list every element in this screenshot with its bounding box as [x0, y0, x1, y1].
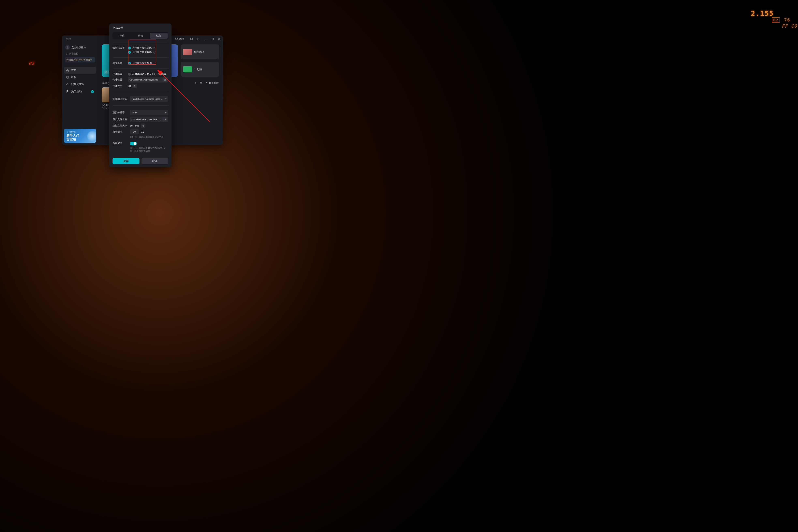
proxy-loc-field[interactable]: C:\Users\hch...\agencycache: [128, 77, 168, 82]
banner-line1: 新手入门: [66, 134, 93, 138]
check-icon: [128, 51, 131, 54]
hud-h3: H3: [29, 61, 35, 66]
render-size-value: 59.72MB: [130, 125, 139, 127]
thumb: [183, 66, 192, 72]
checkbox-proxy-mode[interactable]: 新建草稿时，默认开启代理模式: [128, 73, 166, 76]
folder-icon[interactable]: [163, 117, 167, 121]
badge: 1: [91, 90, 94, 93]
autoclean-hint: 超出后，将自动删除较早渲染文件: [130, 136, 168, 139]
autoclean-unit: GB: [141, 131, 144, 133]
check-label: 启用硬件加速解码: [132, 51, 152, 54]
proxy-mode-label: 代理模式: [113, 73, 125, 76]
template-icon: [66, 76, 69, 79]
proxy-size-label: 代理大小: [113, 84, 125, 88]
tab-performance[interactable]: 性能: [150, 33, 168, 39]
check-icon: [128, 62, 131, 65]
mini-card-script[interactable]: 创作脚本: [180, 44, 219, 59]
render-path-label: 渲染文件位置: [113, 118, 127, 121]
nav-cloud[interactable]: 我的云空间: [64, 81, 96, 88]
render-path-value: C:\Users\hchu...che\prerender: [132, 118, 162, 121]
hud-ffco: FF CO: [782, 23, 797, 28]
sidebar: 点击登录账户 抖音主页 开通会员得 100GB 云空间 首页 模板 我的云空间 …: [62, 36, 98, 145]
nav-label: 热门活动: [71, 90, 82, 93]
login-label: 点击登录账户: [71, 46, 86, 49]
autorender-label: 自动渲染: [113, 142, 127, 145]
folder-icon[interactable]: [163, 78, 167, 82]
check-label: 新建草稿时，默认开启代理模式: [132, 73, 166, 76]
delete-render-button[interactable]: [141, 124, 145, 128]
nav-templates[interactable]: 模板: [64, 74, 96, 81]
dialog-tabs: 草稿 剪辑 性能: [113, 32, 168, 39]
proxy-loc-label: 代理位置: [113, 78, 125, 81]
hud-d2n: 76: [784, 17, 791, 22]
promo-strip[interactable]: 开通会员得 100GB 云空间: [65, 57, 95, 62]
ui-render-label: 界面绘制: [113, 62, 125, 65]
section-audio: 音频输出设备 Headphones (Colorfire Solaris w).…: [113, 92, 168, 106]
cloud-icon: [66, 83, 69, 86]
autoclean-label: 自动清理: [113, 130, 127, 133]
douyin-link[interactable]: 抖音主页: [66, 52, 95, 55]
check-label: 启用GPU绘制界面: [132, 62, 152, 65]
douyin-label: 抖音主页: [69, 52, 78, 55]
checkbox-hw-encode[interactable]: 启用硬件加速编码 ?: [128, 46, 156, 50]
check-label: 启用硬件加速编码: [132, 46, 152, 50]
render-size-label: 渲染文件大小: [113, 124, 127, 127]
mini-card-shoot[interactable]: 一起拍: [180, 62, 219, 77]
check-icon: [128, 46, 131, 50]
dialog-title: 全局设置: [113, 26, 168, 30]
music-note-icon: [66, 53, 68, 55]
audio-out-value: Headphones (Colorfire Solaris w)...: [132, 98, 163, 100]
svg-rect-5: [200, 82, 201, 83]
sidebar-banner[interactable]: ⊙ 剪映学社 新手入门 百宝箱: [64, 129, 96, 143]
render-res-label: 渲染分辨率: [113, 111, 127, 114]
autorender-switch[interactable]: [130, 142, 137, 145]
audio-out-label: 音频输出设备: [113, 97, 127, 100]
save-button[interactable]: 保存: [113, 158, 139, 164]
trash-icon: [205, 82, 208, 84]
svg-rect-3: [67, 76, 69, 78]
delete-proxy-button[interactable]: [132, 84, 137, 88]
render-res-select[interactable]: 720P: [130, 110, 168, 115]
info-icon[interactable]: ?: [153, 51, 156, 54]
thumb: [183, 49, 192, 55]
login-row[interactable]: 点击登录账户: [65, 45, 95, 50]
section-render: 渲染分辨率 720P 渲染文件位置 C:\Users\hchu...che\pr…: [113, 106, 168, 155]
checkbox-hw-decode[interactable]: 启用硬件加速解码 ?: [128, 51, 156, 54]
proxy-size-value: 0B: [128, 85, 131, 87]
nav-activities[interactable]: 热门活动 1: [64, 88, 96, 95]
banner-tag: ⊙ 剪映学社: [66, 131, 93, 133]
tab-edit[interactable]: 剪辑: [132, 33, 149, 39]
nav-label: 我的云空间: [71, 83, 84, 86]
proxy-loc-value: C:\Users\hch...\agencycache: [130, 78, 162, 81]
render-path-field[interactable]: C:\Users\hchu...che\prerender: [130, 117, 168, 122]
info-icon[interactable]: ?: [154, 62, 156, 64]
banner-line2: 百宝箱: [66, 138, 93, 141]
tab-draft[interactable]: 草稿: [113, 33, 131, 39]
render-res-value: 720P: [132, 111, 163, 114]
autorender-hint: 开启后，将自动对时间线内容进行渲染，提升剪辑流畅度: [130, 147, 168, 153]
cancel-button[interactable]: 取消: [141, 158, 169, 164]
svg-rect-6: [201, 82, 202, 83]
check-icon: [128, 73, 131, 76]
home-icon: [66, 69, 69, 72]
drafts-title: 草稿: [102, 81, 107, 85]
nav-home[interactable]: 首页: [64, 67, 96, 74]
audio-out-select[interactable]: Headphones (Colorfire Solaris w)...: [130, 96, 168, 102]
section-ui-render: 界面绘制 启用GPU绘制界面 ?: [113, 57, 168, 68]
nav: 首页 模板 我的云空间 热门活动 1: [64, 67, 96, 95]
autoclean-num-input[interactable]: 10: [130, 129, 139, 134]
nav-label: 首页: [71, 69, 76, 72]
checkbox-gpu-ui[interactable]: 启用GPU绘制界面 ?: [128, 62, 156, 65]
search-icon[interactable]: [193, 81, 198, 86]
hud-d2: D2: [772, 17, 780, 22]
info-icon[interactable]: ?: [153, 46, 156, 49]
svg-point-4: [195, 82, 196, 84]
mini-label: 一起拍: [194, 68, 202, 71]
recent-delete-label: 最近删除: [209, 82, 219, 85]
section-proxy: 代理模式 新建草稿时，默认开启代理模式 代理位置 C:\Users\hch...…: [113, 68, 168, 92]
sort-icon[interactable]: [199, 81, 203, 86]
avatar-icon: [65, 45, 70, 50]
recent-delete-button[interactable]: 最近删除: [205, 82, 219, 85]
mini-label: 创作脚本: [194, 50, 205, 54]
hud-number: 2.155: [751, 9, 774, 17]
